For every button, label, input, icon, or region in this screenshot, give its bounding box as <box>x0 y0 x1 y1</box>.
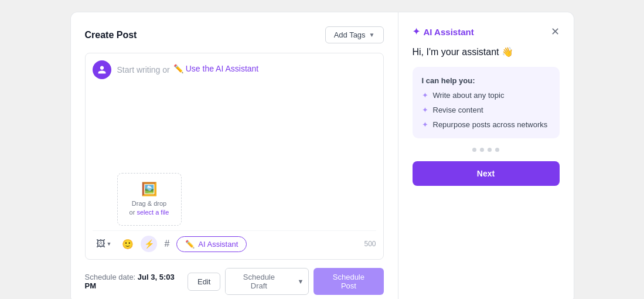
toolbar-left: 🖼 ▼ 🙂 ⚡ # ✏️ <box>93 236 247 252</box>
ai-panel-header: ✦ AI Assistant ✕ <box>413 26 560 37</box>
media-drop-text: Drag & drop or select a file <box>130 199 169 218</box>
media-drop-zone[interactable]: 🖼️ Drag & drop or select a file <box>117 173 182 226</box>
chevron-down-icon: ▼ <box>369 32 375 38</box>
avatar <box>93 60 111 79</box>
add-tags-label: Add Tags <box>334 30 366 39</box>
select-file-link[interactable]: select a file <box>137 209 169 216</box>
image-toolbar-icon: 🖼 <box>96 239 105 249</box>
dots-indicator <box>413 148 560 152</box>
ai-help-item-text-3: Repurpose posts across networks <box>433 120 548 129</box>
schedule-draft-group: Schedule Draft ▼ <box>225 268 309 295</box>
editor-placeholder-text: Start writing or <box>117 63 170 74</box>
schedule-bar: Schedule date: Jul 3, 5:03 PM Edit Sched… <box>70 260 398 299</box>
dot-1 <box>472 148 476 152</box>
ai-help-item-2: ✦ Revise content <box>422 106 550 114</box>
ai-bullet-icon-3: ✦ <box>422 120 428 129</box>
editor-placeholder-row: Start writing or ✏️ Use the AI Assistant <box>117 60 259 74</box>
ai-assistant-panel: ✦ AI Assistant ✕ Hi, I'm your assistant … <box>398 12 574 299</box>
emoji-icon: 🙂 <box>122 239 134 250</box>
ai-bullet-icon-1: ✦ <box>422 91 428 100</box>
lightning-button[interactable]: ⚡ <box>141 236 157 252</box>
editor-top: Start writing or ✏️ Use the AI Assistant <box>93 60 376 79</box>
ai-help-item-text-1: Write about any topic <box>433 91 505 100</box>
char-count: 500 <box>364 240 376 248</box>
ai-assistant-link[interactable]: ✏️ Use the AI Assistant <box>173 64 259 73</box>
chevron-icon-small: ▼ <box>107 241 112 247</box>
ai-panel-title: ✦ AI Assistant <box>413 26 474 37</box>
panel-title: Create Post <box>85 30 137 40</box>
schedule-draft-button[interactable]: Schedule Draft <box>226 269 292 294</box>
ai-greeting: Hi, I'm your assistant 👋 <box>413 46 560 57</box>
schedule-post-button[interactable]: Schedule Post <box>314 268 383 295</box>
add-tags-button[interactable]: Add Tags ▼ <box>325 26 384 43</box>
dot-2 <box>480 148 484 152</box>
close-button[interactable]: ✕ <box>551 26 560 37</box>
image-icon: 🖼️ <box>141 182 157 197</box>
ai-help-card: I can help you: ✦ Write about any topic … <box>413 67 560 138</box>
ai-help-item-3: ✦ Repurpose posts across networks <box>422 120 550 129</box>
panel-header: Create Post Add Tags ▼ <box>85 26 384 43</box>
hashtag-icon: # <box>164 239 169 249</box>
ai-pencil-icon: ✏️ <box>173 64 183 73</box>
schedule-actions: Edit Schedule Draft ▼ Schedule Post <box>188 268 384 295</box>
ai-help-item-1: ✦ Write about any topic <box>422 91 550 100</box>
ai-bullet-icon-2: ✦ <box>422 106 428 114</box>
edit-schedule-button[interactable]: Edit <box>188 273 220 291</box>
ai-title-icon: ✦ <box>413 26 420 37</box>
ai-assistant-btn-label: AI Assistant <box>198 240 238 249</box>
ai-wand-icon: ✏️ <box>185 240 195 249</box>
ai-help-item-text-2: Revise content <box>433 106 483 114</box>
ai-title-text: AI Assistant <box>424 27 474 37</box>
lightning-icon: ⚡ <box>144 239 154 249</box>
schedule-draft-chevron-button[interactable]: ▼ <box>292 274 308 289</box>
dot-4 <box>495 148 499 152</box>
ai-assistant-toolbar-button[interactable]: ✏️ AI Assistant <box>176 236 247 252</box>
editor-toolbar: 🖼 ▼ 🙂 ⚡ # ✏️ <box>93 230 376 252</box>
create-post-panel: Create Post Add Tags ▼ Start writing or … <box>70 12 398 260</box>
schedule-info: Schedule date: Jul 3, 5:03 PM <box>85 273 188 290</box>
emoji-button[interactable]: 🙂 <box>118 236 137 252</box>
next-button[interactable]: Next <box>413 161 560 186</box>
user-icon <box>97 65 107 74</box>
media-upload-button[interactable]: 🖼 ▼ <box>93 236 115 252</box>
ai-help-title: I can help you: <box>422 76 550 85</box>
hashtag-button[interactable]: # <box>161 236 173 252</box>
ai-link-text: Use the AI Assistant <box>186 64 259 73</box>
editor-area[interactable]: Start writing or ✏️ Use the AI Assistant… <box>85 53 384 260</box>
dot-3 <box>488 148 492 152</box>
schedule-label: Schedule date: <box>85 273 136 281</box>
